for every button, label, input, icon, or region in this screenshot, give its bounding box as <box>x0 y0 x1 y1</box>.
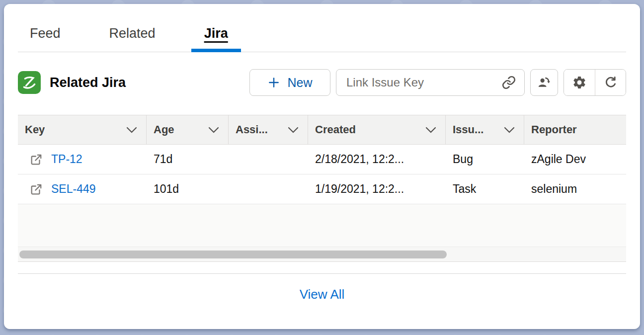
view-all-link[interactable]: View All <box>300 287 345 302</box>
chevron-down-icon <box>208 127 219 133</box>
assignee-cell <box>229 145 308 174</box>
link-chain-icon[interactable] <box>501 75 516 90</box>
chevron-down-icon <box>126 127 137 133</box>
table-row[interactable]: TP-12 71d 2/18/2021, 12:2... Bug zAgile … <box>18 145 626 174</box>
external-link-icon[interactable] <box>30 153 43 166</box>
assignee-cell <box>229 174 308 204</box>
tab-jira[interactable]: Jira <box>204 26 228 52</box>
created-cell: 1/19/2021, 12:2... <box>308 174 446 204</box>
chevron-down-icon <box>425 127 436 133</box>
new-button[interactable]: New <box>249 69 330 96</box>
user-sync-icon <box>536 75 552 90</box>
tab-related[interactable]: Related <box>109 26 156 52</box>
gear-icon <box>572 75 587 90</box>
key-cell: SEL-449 <box>18 174 147 204</box>
user-sync-button[interactable] <box>530 69 558 96</box>
column-header-reporter[interactable]: Reporter <box>524 115 626 144</box>
scrollbar-thumb[interactable] <box>19 251 447 258</box>
reporter-cell: selenium <box>524 174 626 204</box>
refresh-button[interactable] <box>595 70 626 95</box>
table-empty-area <box>18 204 626 247</box>
table-header-row: Key Age Assi... Created Issu... Reporter <box>18 115 626 145</box>
link-issue-key-input[interactable] <box>346 76 501 89</box>
column-header-issue-type[interactable]: Issu... <box>446 115 524 144</box>
issue-type-cell: Bug <box>446 145 524 174</box>
issue-key-link[interactable]: SEL-449 <box>51 182 96 196</box>
issue-key-link[interactable]: TP-12 <box>51 153 82 166</box>
column-header-created[interactable]: Created <box>308 115 446 144</box>
key-cell: TP-12 <box>18 145 147 174</box>
jira-issues-table: Key Age Assi... Created Issu... Reporter <box>18 115 626 262</box>
zagile-logo <box>18 71 41 94</box>
age-cell: 101d <box>147 174 229 204</box>
age-cell: 71d <box>147 145 229 174</box>
panel-footer: View All <box>4 274 640 302</box>
link-issue-key-box <box>336 69 525 96</box>
chevron-down-icon <box>288 127 299 133</box>
related-jira-panel: Feed Related Jira Related Jira New <box>4 4 640 329</box>
created-cell: 2/18/2021, 12:2... <box>308 145 446 174</box>
tab-bar: Feed Related Jira <box>4 4 640 52</box>
refresh-icon <box>603 75 618 90</box>
issue-type-cell: Task <box>446 174 524 204</box>
new-button-label: New <box>287 76 312 90</box>
column-header-assignee[interactable]: Assi... <box>229 115 308 144</box>
column-header-key[interactable]: Key <box>18 115 147 144</box>
settings-refresh-group <box>564 69 626 96</box>
column-header-age[interactable]: Age <box>147 115 229 144</box>
chevron-down-icon <box>504 127 515 133</box>
horizontal-scrollbar[interactable] <box>18 247 626 262</box>
panel-title: Related Jira <box>50 75 126 90</box>
table-row[interactable]: SEL-449 101d 1/19/2021, 12:2... Task sel… <box>18 174 626 204</box>
header-actions: New <box>249 69 626 96</box>
panel-header: Related Jira New <box>4 69 640 96</box>
plus-icon <box>267 76 280 89</box>
external-link-icon[interactable] <box>30 183 43 196</box>
reporter-cell: zAgile Dev <box>524 145 626 174</box>
tab-feed[interactable]: Feed <box>30 26 61 52</box>
settings-button[interactable] <box>564 70 595 95</box>
